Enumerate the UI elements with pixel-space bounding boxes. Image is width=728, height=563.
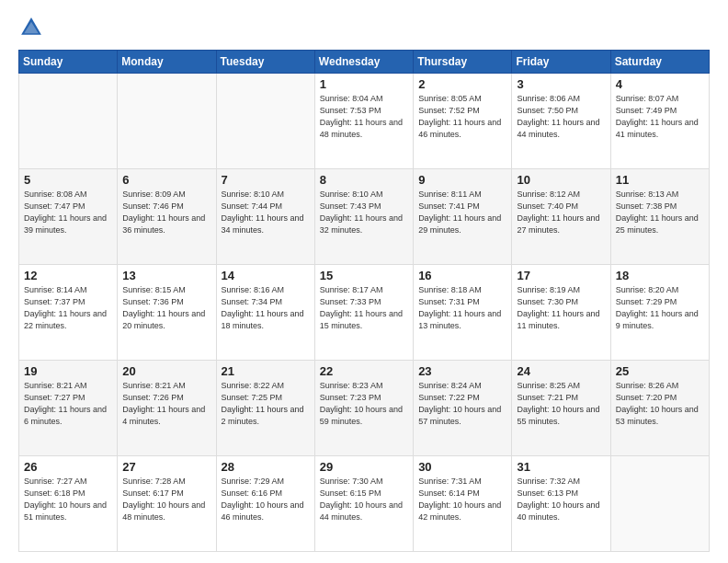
day-number: 24 bbox=[517, 364, 605, 378]
calendar-day-cell bbox=[118, 74, 216, 169]
header bbox=[18, 15, 710, 40]
calendar-day-cell: 30Sunrise: 7:31 AMSunset: 6:14 PMDayligh… bbox=[414, 456, 512, 552]
day-info: Sunrise: 8:19 AMSunset: 7:30 PMDaylight:… bbox=[517, 284, 605, 332]
day-number: 17 bbox=[517, 269, 605, 282]
day-number: 13 bbox=[122, 269, 210, 282]
calendar-day-cell: 23Sunrise: 8:24 AMSunset: 7:22 PMDayligh… bbox=[414, 361, 512, 456]
calendar-day-cell bbox=[216, 74, 314, 169]
day-number: 20 bbox=[122, 364, 210, 378]
day-number: 25 bbox=[616, 364, 704, 378]
day-info: Sunrise: 8:11 AMSunset: 7:41 PMDaylight:… bbox=[418, 189, 506, 236]
calendar-day-header: Friday bbox=[512, 51, 610, 74]
day-info: Sunrise: 8:16 AMSunset: 7:34 PMDaylight:… bbox=[222, 284, 310, 332]
day-info: Sunrise: 8:07 AMSunset: 7:49 PMDaylight:… bbox=[616, 93, 704, 141]
calendar-day-cell bbox=[19, 74, 118, 169]
day-number: 12 bbox=[24, 269, 112, 282]
day-info: Sunrise: 8:10 AMSunset: 7:44 PMDaylight:… bbox=[222, 189, 310, 236]
day-number: 2 bbox=[418, 77, 506, 91]
calendar-day-cell: 22Sunrise: 8:23 AMSunset: 7:23 PMDayligh… bbox=[314, 361, 413, 456]
day-info: Sunrise: 8:06 AMSunset: 7:50 PMDaylight:… bbox=[517, 93, 605, 141]
calendar-day-header: Saturday bbox=[610, 51, 709, 74]
day-info: Sunrise: 8:12 AMSunset: 7:40 PMDaylight:… bbox=[517, 189, 605, 236]
calendar-day-cell: 7Sunrise: 8:10 AMSunset: 7:44 PMDaylight… bbox=[216, 169, 314, 265]
day-info: Sunrise: 8:23 AMSunset: 7:23 PMDaylight:… bbox=[320, 380, 408, 428]
day-number: 4 bbox=[616, 77, 704, 91]
calendar-day-cell: 18Sunrise: 8:20 AMSunset: 7:29 PMDayligh… bbox=[610, 265, 709, 361]
day-info: Sunrise: 7:32 AMSunset: 6:13 PMDaylight:… bbox=[517, 476, 605, 523]
day-info: Sunrise: 8:26 AMSunset: 7:20 PMDaylight:… bbox=[616, 380, 704, 428]
day-number: 23 bbox=[418, 364, 506, 378]
day-info: Sunrise: 8:15 AMSunset: 7:36 PMDaylight:… bbox=[122, 284, 210, 332]
day-info: Sunrise: 8:21 AMSunset: 7:26 PMDaylight:… bbox=[122, 380, 210, 428]
calendar-day-cell: 3Sunrise: 8:06 AMSunset: 7:50 PMDaylight… bbox=[512, 74, 610, 169]
day-number: 21 bbox=[222, 364, 310, 378]
calendar-day-cell: 15Sunrise: 8:17 AMSunset: 7:33 PMDayligh… bbox=[314, 265, 413, 361]
day-number: 27 bbox=[122, 460, 210, 474]
page: SundayMondayTuesdayWednesdayThursdayFrid… bbox=[0, 0, 728, 563]
calendar-day-header: Thursday bbox=[414, 51, 512, 74]
calendar-week-row: 26Sunrise: 7:27 AMSunset: 6:18 PMDayligh… bbox=[19, 456, 710, 552]
day-number: 11 bbox=[616, 173, 704, 187]
calendar-day-cell: 14Sunrise: 8:16 AMSunset: 7:34 PMDayligh… bbox=[216, 265, 314, 361]
calendar-day-cell: 31Sunrise: 7:32 AMSunset: 6:13 PMDayligh… bbox=[512, 456, 610, 552]
calendar-day-cell: 10Sunrise: 8:12 AMSunset: 7:40 PMDayligh… bbox=[512, 169, 610, 265]
day-number: 8 bbox=[320, 173, 408, 187]
day-number: 16 bbox=[418, 269, 506, 282]
day-info: Sunrise: 7:30 AMSunset: 6:15 PMDaylight:… bbox=[320, 476, 408, 523]
day-info: Sunrise: 8:22 AMSunset: 7:25 PMDaylight:… bbox=[222, 380, 310, 428]
day-info: Sunrise: 7:28 AMSunset: 6:17 PMDaylight:… bbox=[122, 476, 210, 523]
day-number: 26 bbox=[24, 460, 112, 474]
calendar-day-cell: 4Sunrise: 8:07 AMSunset: 7:49 PMDaylight… bbox=[610, 74, 709, 169]
calendar-day-cell: 21Sunrise: 8:22 AMSunset: 7:25 PMDayligh… bbox=[216, 361, 314, 456]
day-number: 30 bbox=[418, 460, 506, 474]
day-info: Sunrise: 8:14 AMSunset: 7:37 PMDaylight:… bbox=[24, 284, 112, 332]
day-info: Sunrise: 8:09 AMSunset: 7:46 PMDaylight:… bbox=[122, 189, 210, 236]
day-number: 5 bbox=[24, 173, 112, 187]
calendar-day-cell: 13Sunrise: 8:15 AMSunset: 7:36 PMDayligh… bbox=[118, 265, 216, 361]
day-info: Sunrise: 8:17 AMSunset: 7:33 PMDaylight:… bbox=[320, 284, 408, 332]
calendar-header-row: SundayMondayTuesdayWednesdayThursdayFrid… bbox=[19, 51, 710, 74]
calendar-day-cell: 9Sunrise: 8:11 AMSunset: 7:41 PMDaylight… bbox=[414, 169, 512, 265]
calendar-day-cell: 24Sunrise: 8:25 AMSunset: 7:21 PMDayligh… bbox=[512, 361, 610, 456]
calendar-day-cell: 28Sunrise: 7:29 AMSunset: 6:16 PMDayligh… bbox=[216, 456, 314, 552]
day-info: Sunrise: 8:18 AMSunset: 7:31 PMDaylight:… bbox=[418, 284, 506, 332]
day-info: Sunrise: 8:25 AMSunset: 7:21 PMDaylight:… bbox=[517, 380, 605, 428]
calendar-day-cell: 2Sunrise: 8:05 AMSunset: 7:52 PMDaylight… bbox=[414, 74, 512, 169]
calendar-day-cell: 25Sunrise: 8:26 AMSunset: 7:20 PMDayligh… bbox=[610, 361, 709, 456]
day-info: Sunrise: 7:29 AMSunset: 6:16 PMDaylight:… bbox=[222, 476, 310, 523]
day-info: Sunrise: 8:04 AMSunset: 7:53 PMDaylight:… bbox=[320, 93, 408, 141]
day-info: Sunrise: 8:21 AMSunset: 7:27 PMDaylight:… bbox=[24, 380, 112, 428]
day-number: 29 bbox=[320, 460, 408, 474]
day-info: Sunrise: 8:10 AMSunset: 7:43 PMDaylight:… bbox=[320, 189, 408, 236]
day-info: Sunrise: 8:08 AMSunset: 7:47 PMDaylight:… bbox=[24, 189, 112, 236]
calendar-day-cell: 6Sunrise: 8:09 AMSunset: 7:46 PMDaylight… bbox=[118, 169, 216, 265]
logo-icon bbox=[18, 15, 44, 40]
day-number: 19 bbox=[24, 364, 112, 378]
day-number: 28 bbox=[222, 460, 310, 474]
day-number: 31 bbox=[517, 460, 605, 474]
calendar-week-row: 12Sunrise: 8:14 AMSunset: 7:37 PMDayligh… bbox=[19, 265, 710, 361]
calendar-day-cell: 17Sunrise: 8:19 AMSunset: 7:30 PMDayligh… bbox=[512, 265, 610, 361]
day-number: 22 bbox=[320, 364, 408, 378]
day-number: 9 bbox=[418, 173, 506, 187]
day-number: 14 bbox=[222, 269, 310, 282]
calendar-day-header: Tuesday bbox=[216, 51, 314, 74]
day-number: 1 bbox=[320, 77, 408, 91]
day-info: Sunrise: 7:27 AMSunset: 6:18 PMDaylight:… bbox=[24, 476, 112, 523]
day-number: 6 bbox=[122, 173, 210, 187]
day-info: Sunrise: 7:31 AMSunset: 6:14 PMDaylight:… bbox=[418, 476, 506, 523]
calendar-day-cell: 8Sunrise: 8:10 AMSunset: 7:43 PMDaylight… bbox=[314, 169, 413, 265]
calendar-day-cell: 1Sunrise: 8:04 AMSunset: 7:53 PMDaylight… bbox=[314, 74, 413, 169]
logo bbox=[18, 15, 48, 40]
calendar-day-cell bbox=[610, 456, 709, 552]
day-number: 15 bbox=[320, 269, 408, 282]
calendar-day-cell: 27Sunrise: 7:28 AMSunset: 6:17 PMDayligh… bbox=[118, 456, 216, 552]
calendar-day-header: Sunday bbox=[19, 51, 118, 74]
calendar-day-header: Wednesday bbox=[314, 51, 413, 74]
day-number: 18 bbox=[616, 269, 704, 282]
day-number: 10 bbox=[517, 173, 605, 187]
calendar-table: SundayMondayTuesdayWednesdayThursdayFrid… bbox=[18, 50, 710, 552]
day-info: Sunrise: 8:20 AMSunset: 7:29 PMDaylight:… bbox=[616, 284, 704, 332]
calendar-day-cell: 11Sunrise: 8:13 AMSunset: 7:38 PMDayligh… bbox=[610, 169, 709, 265]
calendar-day-cell: 16Sunrise: 8:18 AMSunset: 7:31 PMDayligh… bbox=[414, 265, 512, 361]
